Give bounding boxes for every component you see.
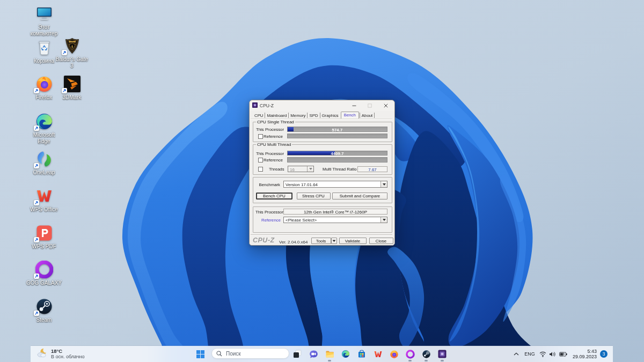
weather-widget[interactable]: 18°C В осн. облачно [34, 346, 86, 362]
opera-icon [406, 350, 415, 359]
steam-icon-small [422, 350, 431, 359]
desktop-icon-wps-office[interactable]: WPS Office [24, 187, 64, 213]
processor-label: This Processor [255, 210, 283, 215]
wps-office-button[interactable] [371, 348, 384, 360]
reference-select-arrow[interactable] [380, 217, 387, 223]
single-reference-checkbox[interactable] [258, 134, 263, 139]
battery-icon[interactable] [557, 346, 569, 362]
cpuz-window: CPU-Z CPU Mainboard Memory SPD Graphics … [249, 100, 395, 246]
running-indicator [408, 360, 412, 361]
tab-cpu[interactable]: CPU [253, 112, 265, 119]
volume-icon[interactable] [547, 346, 557, 362]
tools-dropdown-button[interactable] [331, 238, 337, 244]
tab-mainboard[interactable]: Mainboard [265, 112, 288, 119]
desktop-icon-label: Microsoft Edge [28, 132, 60, 144]
desktop-icon-gog-galaxy[interactable]: GOG GALAXY [24, 261, 64, 286]
multi-reference-bar [287, 157, 387, 162]
microsoft-store-button[interactable] [355, 348, 368, 360]
task-view-button[interactable] [291, 348, 304, 360]
tab-memory[interactable]: Memory [289, 112, 307, 119]
tab-bench[interactable]: Bench [341, 112, 359, 119]
submit-and-compare-button[interactable]: Submit and Compare [332, 193, 387, 200]
tab-bar: CPU Mainboard Memory SPD Graphics Bench … [253, 112, 375, 119]
windows-logo-icon [196, 350, 204, 358]
wps-office-icon-small [374, 350, 383, 359]
cpuz-app-icon [252, 102, 258, 108]
reference-select[interactable]: <Please Select> [283, 217, 387, 224]
cpuz-logo: CPU-Z [253, 237, 275, 244]
shortcut-arrow-icon [62, 50, 67, 55]
tray-date: 29.09.2023 [573, 354, 597, 359]
group-title: CPU Multi Thread [256, 142, 292, 147]
validate-button[interactable]: Validate [339, 238, 367, 244]
title-bar[interactable]: CPU-Z [250, 100, 394, 111]
edge-button[interactable] [339, 348, 352, 360]
oneleap-icon [35, 150, 53, 168]
bench-cpu-button[interactable]: Bench CPU [256, 193, 292, 200]
firefox-button[interactable] [387, 348, 400, 360]
cpuz-taskbar-button[interactable] [436, 348, 449, 360]
desktop-icon-wps-pdf[interactable]: WPS PDF [24, 224, 64, 250]
file-explorer-icon [325, 350, 334, 359]
steam-button[interactable] [420, 348, 433, 360]
opera-button[interactable] [404, 348, 416, 360]
shortcut-arrow-icon [34, 311, 39, 316]
baldurs-gate-3-icon [63, 37, 81, 55]
multi-thread-ratio-label: Multi Thread Ratio [323, 167, 357, 172]
file-explorer-button[interactable] [323, 348, 336, 360]
multi-reference-label: Reference [264, 158, 283, 162]
tab-spd[interactable]: SPD [308, 112, 319, 119]
tab-graphics[interactable]: Graphics [320, 112, 340, 119]
tab-about[interactable]: About [360, 112, 374, 119]
firefox-icon-small [390, 350, 399, 359]
weather-icon [36, 347, 48, 361]
start-button[interactable] [194, 348, 207, 360]
recycle-bin-icon [35, 39, 53, 56]
processor-value: 12th Gen Intel® Core™ i7-1260P [283, 209, 387, 215]
threads-select[interactable]: 16 [288, 166, 314, 172]
benchmark-label: Benchmark [250, 182, 280, 187]
desktop-icon-microsoft-edge[interactable]: Microsoft Edge [24, 113, 64, 144]
desktop: Этот компьютер Корзина [0, 0, 644, 362]
stress-cpu-button[interactable]: Stress CPU [297, 193, 331, 200]
threads-checkbox[interactable] [258, 167, 263, 172]
threads-label: Threads [269, 167, 284, 172]
single-this-processor-label: This Processor [250, 127, 284, 132]
threads-select-arrow[interactable] [307, 166, 313, 172]
benchmark-version-select[interactable]: Version 17.01.64 [283, 181, 387, 188]
multi-reference-checkbox[interactable] [258, 158, 263, 162]
desktop-icon-label: GOG GALAXY [26, 280, 62, 286]
language-indicator[interactable]: ENG [522, 346, 538, 362]
search-box[interactable]: Поиск [211, 348, 289, 359]
clock[interactable]: 5:43 29.09.2023 [569, 346, 597, 362]
benchmark-version-arrow[interactable] [380, 181, 387, 187]
edge-icon [341, 350, 350, 358]
tools-button[interactable]: Tools [311, 238, 331, 244]
wps-pdf-icon [35, 224, 53, 242]
desktop-icon-this-pc[interactable]: Этот компьютер [24, 5, 64, 36]
multi-thread-score: 4409.7 [288, 151, 387, 156]
firefox-icon [35, 75, 53, 93]
tray-chevron-icon[interactable] [511, 346, 522, 362]
minimize-button[interactable] [347, 100, 361, 110]
dropdown-arrow-icon [332, 240, 336, 242]
desktop-icon-3dmark[interactable]: 3DMark [52, 75, 92, 101]
desktop-icon-label: Baldur's Gate 3 [55, 56, 89, 69]
desktop-icon-baldurs-gate-3[interactable]: Baldur's Gate 3 [52, 37, 92, 69]
shortcut-arrow-icon [34, 125, 39, 131]
running-indicator [328, 360, 331, 361]
desktop-icon-oneleap[interactable]: OneLeap [24, 150, 64, 176]
wps-office-icon [35, 187, 53, 205]
this-pc-icon [35, 5, 53, 23]
notification-center-button[interactable]: 3 [597, 346, 611, 362]
3dmark-icon [63, 75, 81, 93]
system-tray: ENG [511, 346, 611, 362]
desktop-icon-label: WPS PDF [32, 243, 56, 250]
shortcut-arrow-icon [34, 274, 39, 279]
maximize-button[interactable] [363, 100, 377, 110]
close-button[interactable] [379, 100, 393, 110]
close-window-button[interactable]: Close [369, 238, 393, 244]
desktop-icon-steam[interactable]: Steam [24, 298, 64, 323]
wifi-icon[interactable] [538, 346, 547, 362]
chat-button[interactable] [307, 348, 320, 360]
